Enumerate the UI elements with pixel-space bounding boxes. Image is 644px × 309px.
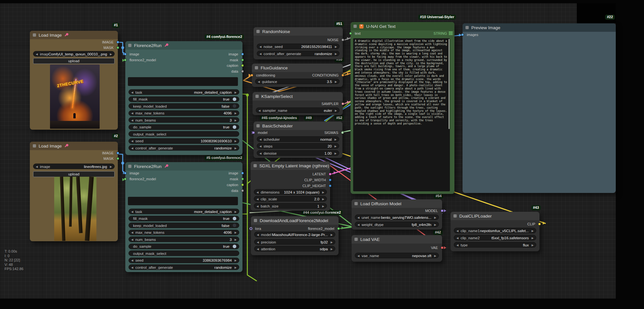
text-widget-output_mask_select[interactable]: output_mask_select: [129, 251, 239, 256]
combo-right-arrow-icon[interactable]: ▶: [333, 80, 337, 83]
florence2run-4-node[interactable]: Florence2Runimageflorence2_modelimagemas…: [125, 41, 242, 155]
input-port-text[interactable]: [349, 32, 352, 35]
collapse-icon[interactable]: [353, 25, 357, 28]
combo-widget-weight_dtype[interactable]: ◀weight_dtypefp8_e4m3fn▶: [355, 222, 439, 227]
toggle-knob[interactable]: [232, 125, 237, 129]
toggle-widget-do_sample[interactable]: do_sampletrue: [129, 244, 239, 249]
combo-left-arrow-icon[interactable]: ◀: [131, 231, 135, 234]
collapse-icon[interactable]: [354, 202, 358, 205]
output-port-CLIP_HEIGHT[interactable]: [329, 184, 332, 187]
combo-right-arrow-icon[interactable]: ▶: [108, 52, 112, 55]
basic-scheduler-node[interactable]: BasicSchedulermodelSIGMAS◀schedulernorma…: [254, 122, 342, 158]
combo-right-arrow-icon[interactable]: ▶: [233, 112, 237, 115]
combo-right-arrow-icon[interactable]: ▶: [333, 144, 337, 148]
combo-right-arrow-icon[interactable]: ▶: [333, 137, 337, 141]
text-area-widget[interactable]: [128, 197, 238, 205]
input-port-conditioning[interactable]: [251, 74, 254, 77]
combo-widget-clip_name2[interactable]: ◀clip_name2t5xxl_fp16.safetensors▶: [454, 235, 536, 241]
toggle-widget-fill_mask[interactable]: fill_masktrue: [129, 216, 239, 221]
toggle-widget-keep_model_loaded[interactable]: keep_model_loadedfalse: [129, 223, 239, 228]
collapse-icon[interactable]: [254, 219, 257, 222]
node-title-bar[interactable]: DownloadAndLoadFlorence2Model: [251, 216, 339, 225]
combo-left-arrow-icon[interactable]: ◀: [357, 223, 361, 226]
combo-widget-seed[interactable]: ◀seed33863093676984▶: [129, 257, 239, 263]
combo-widget-max_new_tokens[interactable]: ◀max_new_tokens4096▶: [129, 230, 239, 235]
combo-widget-clip_name1[interactable]: ◀clip_name1nepotismfux_v5CLIPL.safet...▶: [454, 228, 536, 233]
collapse-icon[interactable]: [33, 144, 36, 148]
output-port-MODEL[interactable]: [441, 209, 444, 212]
combo-left-arrow-icon[interactable]: ◀: [259, 151, 263, 155]
toggle-widget-do_sample[interactable]: do_sampletrue: [129, 124, 239, 130]
flux-guidance-node[interactable]: FluxGuidanceconditioningCONDITIONING◀gui…: [252, 64, 343, 87]
image-preview-explosion[interactable]: 2THECURVE: [50, 65, 100, 129]
load-image-1-node[interactable]: Load ImageIMAGEMASK◀imageComfyUI_temp_qv…: [30, 31, 118, 130]
combo-right-arrow-icon[interactable]: ▶: [333, 52, 337, 55]
combo-right-arrow-icon[interactable]: ▶: [329, 247, 333, 250]
combo-widget-dimensions[interactable]: ◀dimensions1024 x 1024 (square)▶: [254, 189, 327, 195]
text-widget-output_mask_select[interactable]: output_mask_select: [129, 131, 239, 137]
node-title-bar[interactable]: Load Image: [30, 31, 118, 39]
combo-left-arrow-icon[interactable]: ◀: [259, 144, 263, 148]
combo-left-arrow-icon[interactable]: ◀: [259, 52, 263, 55]
output-port-IMAGE[interactable]: [117, 152, 119, 155]
comfyui-canvas[interactable]: #1#2#4 comfyui-florence2#5 comfyui-flore…: [0, 0, 644, 309]
combo-left-arrow-icon[interactable]: ◀: [131, 90, 135, 94]
wire-dot[interactable]: [246, 94, 249, 97]
node-title-bar[interactable]: Florence2Run: [125, 162, 242, 171]
combo-right-arrow-icon[interactable]: ▶: [433, 254, 436, 257]
combo-left-arrow-icon[interactable]: ◀: [131, 210, 135, 213]
combo-widget-batch_size[interactable]: ◀batch_size1▶: [254, 203, 327, 209]
collapse-icon[interactable]: [453, 214, 457, 218]
combo-left-arrow-icon[interactable]: ◀: [257, 240, 260, 244]
combo-widget-seed[interactable]: ◀seed109083961690610▶: [129, 138, 239, 144]
input-port-image[interactable]: [124, 53, 127, 56]
combo-widget-control_after_generate[interactable]: ◀control_after_generaterandomize▶: [129, 265, 239, 270]
string-grid-icon[interactable]: [449, 30, 452, 36]
combo-widget-precision[interactable]: ◀precisionfp32▶: [254, 239, 335, 245]
node-title-bar[interactable]: Florence2Run: [125, 41, 242, 50]
output-port-CLIP_WIDTH[interactable]: [329, 179, 332, 182]
combo-left-arrow-icon[interactable]: ◀: [257, 233, 260, 236]
collapse-icon[interactable]: [128, 165, 131, 168]
combo-widget-type[interactable]: ◀typeflux▶: [454, 242, 536, 248]
combo-left-arrow-icon[interactable]: ◀: [36, 52, 39, 55]
combo-left-arrow-icon[interactable]: ◀: [456, 243, 460, 246]
node-title-bar[interactable]: Preview Image: [463, 23, 616, 32]
combo-left-arrow-icon[interactable]: ◀: [456, 229, 460, 232]
combo-widget-clip_scale[interactable]: ◀clip_scale2.0▶: [254, 196, 327, 202]
toggle-widget-fill_mask[interactable]: fill_masktrue: [129, 96, 239, 102]
combo-right-arrow-icon[interactable]: ▶: [233, 210, 237, 213]
node-title-bar[interactable]: DualCLIPLoader: [451, 212, 539, 220]
combo-widget-image[interactable]: ◀imagelineoftrees.jpg▶: [33, 164, 115, 169]
combo-widget-max_new_tokens[interactable]: ◀max_new_tokens4096▶: [129, 110, 239, 116]
combo-right-arrow-icon[interactable]: ▶: [233, 231, 237, 234]
combo-left-arrow-icon[interactable]: ◀: [357, 254, 361, 257]
combo-widget-denoise[interactable]: ◀denoise1.00▶: [257, 150, 339, 156]
wire-dot[interactable]: [121, 162, 124, 165]
combo-right-arrow-icon[interactable]: ▶: [333, 45, 337, 48]
combo-widget-guidance[interactable]: ◀guidance3.5▶: [255, 79, 340, 84]
node-title-bar[interactable]: KSamplerSelect: [253, 92, 343, 101]
combo-right-arrow-icon[interactable]: ▶: [233, 139, 237, 143]
ksampler-select-node[interactable]: KSamplerSelectSAMPLER◀sampler_nameeuler▶: [253, 92, 343, 115]
combo-right-arrow-icon[interactable]: ▶: [233, 266, 237, 269]
combo-left-arrow-icon[interactable]: ◀: [131, 259, 135, 262]
output-port-caption[interactable]: [241, 64, 244, 67]
toggle-knob[interactable]: [232, 104, 237, 108]
output-port-SAMPLER[interactable]: [341, 102, 344, 105]
output-port-image[interactable]: [241, 53, 244, 56]
text-area-widget[interactable]: [128, 77, 238, 86]
combo-right-arrow-icon[interactable]: ▶: [329, 233, 333, 236]
combo-left-arrow-icon[interactable]: ◀: [131, 238, 135, 241]
combo-widget-sampler_name[interactable]: ◀sampler_nameeuler▶: [256, 108, 340, 113]
combo-widget-scheduler[interactable]: ◀schedulernormal▶: [257, 137, 339, 142]
combo-left-arrow-icon[interactable]: ◀: [131, 266, 135, 269]
wire-dot[interactable]: [121, 46, 124, 49]
toggle-knob[interactable]: [232, 244, 237, 248]
upload-button[interactable]: upload: [33, 171, 115, 177]
toggle-widget-keep_model_loaded[interactable]: keep_model_loadedfalse: [129, 103, 239, 109]
combo-left-arrow-icon[interactable]: ◀: [256, 197, 260, 200]
output-port-CLIP[interactable]: [538, 223, 541, 226]
output-port-IMAGE[interactable]: [117, 41, 119, 44]
output-port-data[interactable]: [241, 189, 244, 192]
